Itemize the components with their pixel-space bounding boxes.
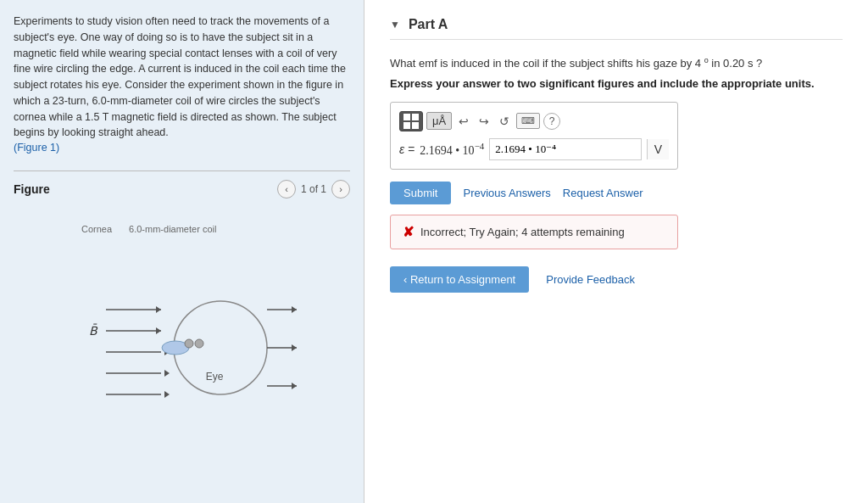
feedback-text: Incorrect; Try Again; 4 attempts remaini… [420, 226, 625, 238]
figure-prev-button[interactable]: ‹ [277, 180, 296, 198]
figure-page: 1 of 1 [301, 183, 326, 195]
answer-box: μÅ ↩ ↪ ↺ ⌨ ? ε = 2.1694 • 10−4 V [390, 102, 678, 170]
figure-title: Figure [14, 182, 50, 196]
feedback-box: ✘ Incorrect; Try Again; 4 attempts remai… [390, 215, 678, 249]
reset-button[interactable]: ↺ [496, 113, 513, 130]
svg-marker-18 [292, 344, 297, 351]
eye-diagram: B̄ [64, 246, 301, 416]
svg-point-13 [185, 339, 193, 348]
undo-button[interactable]: ↩ [455, 113, 472, 130]
question-instruction: Express your answer to two significant f… [390, 77, 843, 90]
request-answer-link[interactable]: Request Answer [563, 187, 643, 199]
redo-button[interactable]: ↪ [476, 113, 492, 130]
keyboard-button[interactable]: ⌨ [516, 113, 540, 129]
answer-input[interactable] [489, 138, 641, 160]
svg-marker-10 [164, 391, 170, 398]
epsilon-label: ε = [399, 143, 415, 156]
figure-nav: ‹ 1 of 1 › [277, 180, 350, 198]
part-header: ▼ Part A [390, 17, 843, 40]
svg-marker-16 [292, 306, 297, 313]
cornea-label: Cornea [81, 224, 112, 234]
action-row: Submit Previous Answers Request Answer [390, 182, 843, 204]
provide-feedback-button[interactable]: Provide Feedback [546, 273, 635, 286]
svg-text:Eye: Eye [205, 371, 223, 383]
figure-next-button[interactable]: › [331, 180, 350, 198]
right-panel: ▼ Part A What emf is induced in the coil… [364, 0, 868, 503]
figure-link[interactable]: (Figure 1) [14, 142, 59, 154]
diagram-labels: Cornea 6.0-mm-diameter coil [81, 224, 216, 234]
svg-point-14 [195, 339, 203, 348]
svg-marker-2 [156, 306, 161, 313]
svg-marker-4 [156, 327, 161, 334]
unit-label: V [647, 139, 669, 159]
answer-value: 2.1694 • 10−4 [420, 141, 484, 158]
left-panel: Experiments to study vision often need t… [0, 0, 364, 503]
question-text: What emf is induced in the coil if the s… [390, 55, 843, 72]
previous-answers-link[interactable]: Previous Answers [463, 187, 550, 199]
figure-section: Figure ‹ 1 of 1 › Cornea 6.0-mm-diameter… [14, 170, 350, 416]
svg-marker-20 [292, 383, 297, 389]
help-button[interactable]: ? [543, 113, 560, 130]
figure-diagram: Cornea 6.0-mm-diameter coil B̄ [14, 224, 350, 416]
svg-marker-8 [164, 370, 170, 377]
mu-button[interactable]: μÅ [426, 112, 452, 130]
submit-button[interactable]: Submit [390, 182, 451, 204]
matrix-button[interactable] [399, 111, 423, 131]
collapse-arrow-icon[interactable]: ▼ [390, 19, 400, 31]
part-title: Part A [409, 17, 448, 32]
answer-input-row: ε = 2.1694 • 10−4 V [399, 138, 669, 160]
svg-text:B̄: B̄ [89, 323, 98, 338]
return-button[interactable]: ‹ Return to Assignment [390, 266, 529, 293]
bottom-actions: ‹ Return to Assignment Provide Feedback [390, 266, 843, 293]
coil-label: 6.0-mm-diameter coil [129, 224, 216, 234]
problem-text: Experiments to study vision often need t… [14, 14, 350, 141]
incorrect-icon: ✘ [403, 224, 414, 240]
answer-toolbar: μÅ ↩ ↪ ↺ ⌨ ? [399, 111, 669, 131]
